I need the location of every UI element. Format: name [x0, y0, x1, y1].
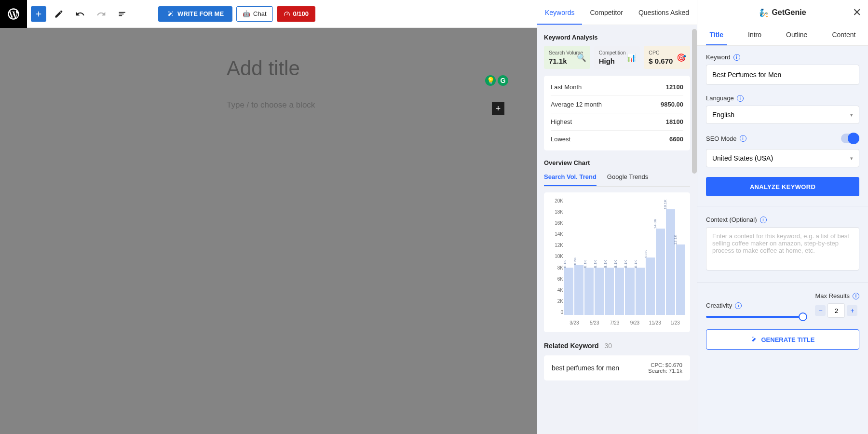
search-volume-chart: 20K18K16K14K12K10K8K6K4K2K0 8.1K8.6K8.1K…	[544, 192, 690, 332]
chart-x-axis: 3/235/237/239/2311/231/23	[564, 320, 685, 326]
undo-button[interactable]	[71, 5, 89, 23]
stepper-plus-button[interactable]: +	[847, 305, 857, 316]
seo-score-button[interactable]: 0/100	[277, 6, 316, 22]
chat-button[interactable]: 🤖 Chat	[236, 6, 272, 22]
stat-label: Last Month	[551, 83, 582, 91]
max-results-stepper: − +	[815, 303, 859, 318]
stat-value: 18100	[666, 118, 683, 125]
generate-title-button[interactable]: GENERATE TITLE	[706, 329, 859, 350]
stat-label: Average 12 month	[551, 101, 602, 108]
info-icon[interactable]: i	[735, 302, 742, 309]
metric-competition: Competition High 📊	[594, 46, 640, 69]
list-icon	[118, 9, 127, 19]
close-icon[interactable]: ✕	[853, 6, 861, 19]
target-icon: 🎯	[677, 53, 686, 62]
keyword-panel: Keywords Competitor Questions Asked Keyw…	[537, 0, 697, 434]
context-textarea[interactable]	[706, 227, 859, 271]
max-results-label: Max Results i	[815, 292, 859, 299]
outline-button[interactable]	[114, 5, 131, 23]
info-icon[interactable]: i	[733, 54, 740, 61]
context-label: Context (Optional) i	[706, 216, 859, 223]
chat-label: Chat	[253, 10, 266, 17]
magic-icon	[751, 336, 758, 343]
max-results-input[interactable]	[827, 303, 845, 318]
metric-cpc: CPC $ 0.670 🎯	[644, 46, 690, 69]
related-cpc: CPC: $0.670	[648, 362, 682, 368]
getgenie-tabs: Title Intro Outline Content	[697, 25, 868, 46]
keyword-analysis-heading: Keyword Analysis	[544, 34, 690, 41]
getgenie-panel: 🧞 GetGenie ✕ Title Intro Outline Content…	[697, 0, 868, 434]
slider-thumb[interactable]	[799, 312, 807, 321]
write-for-me-button[interactable]: WRITE FOR ME	[158, 6, 232, 22]
wordpress-logo[interactable]	[0, 0, 27, 28]
add-block-inline-button[interactable]: +	[492, 102, 504, 115]
info-icon[interactable]: i	[740, 135, 746, 142]
getgenie-logo: 🧞 GetGenie	[759, 8, 806, 17]
editor-toolbar: WRITE FOR ME 🤖 Chat 0/100	[0, 0, 537, 28]
related-count: 30	[604, 342, 612, 350]
tab-outline[interactable]: Outline	[782, 25, 811, 45]
seo-score-label: 0/100	[293, 10, 309, 17]
tab-keywords[interactable]: Keywords	[537, 9, 582, 25]
chat-bot-icon: 🤖	[243, 10, 250, 17]
language-select[interactable]: English ▾	[706, 106, 859, 124]
gauge-icon	[284, 11, 290, 17]
wordpress-icon	[7, 7, 20, 21]
undo-icon	[75, 9, 85, 19]
stat-row: Lowest6600	[551, 130, 683, 148]
search-icon: 🔍	[577, 53, 586, 62]
keyword-input[interactable]	[706, 65, 859, 85]
stats-box: Last Month12100 Average 12 month9850.00 …	[544, 76, 690, 150]
plus-icon	[34, 10, 43, 18]
country-select[interactable]: United States (USA) ▾	[706, 149, 859, 167]
info-icon[interactable]: i	[737, 95, 744, 102]
stat-row: Average 12 month9850.00	[551, 95, 683, 113]
related-keyword-item[interactable]: best perfumes for men CPC: $0.670 Search…	[544, 355, 690, 380]
tab-intro[interactable]: Intro	[744, 25, 765, 45]
info-icon[interactable]: i	[853, 293, 859, 299]
add-block-button[interactable]	[31, 6, 46, 22]
chevron-down-icon: ▾	[850, 112, 853, 118]
scrollbar[interactable]	[692, 29, 697, 174]
bars-icon: 📊	[626, 53, 636, 62]
chevron-down-icon: ▾	[850, 155, 853, 162]
magic-icon	[167, 11, 174, 17]
stat-label: Lowest	[551, 136, 570, 143]
info-icon[interactable]: i	[760, 217, 767, 223]
idea-icon[interactable]: 💡	[485, 75, 496, 86]
post-title-input[interactable]: Add title	[227, 57, 479, 80]
related-keyword-text: best perfumes for men	[552, 364, 619, 372]
analyze-keyword-button[interactable]: ANALYZE KEYWORD	[706, 177, 859, 196]
overview-chart-heading: Overview Chart	[544, 159, 690, 166]
seo-mode-label: SEO Mode i	[706, 135, 746, 142]
keyword-panel-tabs: Keywords Competitor Questions Asked	[537, 0, 697, 25]
language-label: Language i	[706, 95, 859, 102]
post-body-input[interactable]: Type / to choose a block	[227, 100, 479, 110]
tab-google-trends[interactable]: Google Trends	[607, 173, 648, 186]
metric-search-volume: Search Volume 71.1k 🔍	[544, 46, 590, 69]
seo-mode-toggle[interactable]	[841, 134, 859, 143]
grammarly-icon[interactable]: G	[498, 75, 508, 86]
tab-competitor[interactable]: Competitor	[582, 9, 630, 25]
chart-bars: 8.1K8.6K8.1K8.1K8.1K8.1K8.1K8.1K9.8K14.8…	[564, 198, 685, 315]
stat-value: 6600	[669, 136, 683, 143]
chart-y-axis: 20K18K16K14K12K10K8K6K4K2K0	[547, 198, 563, 315]
editor-overlay: Add title Type / to choose a block 💡 G +	[0, 28, 537, 434]
stepper-minus-button[interactable]: −	[815, 305, 826, 316]
creativity-slider[interactable]	[706, 316, 803, 318]
creativity-label: Creativity i	[706, 302, 803, 309]
redo-button[interactable]	[93, 5, 110, 23]
tab-questions[interactable]: Questions Asked	[631, 9, 697, 25]
pencil-icon	[54, 9, 64, 19]
edit-button[interactable]	[50, 5, 68, 23]
tab-content[interactable]: Content	[828, 25, 859, 45]
write-for-me-label: WRITE FOR ME	[177, 10, 224, 17]
related-search: Search: 71.1k	[648, 368, 682, 374]
genie-icon: 🧞	[759, 8, 769, 17]
stat-row: Highest18100	[551, 113, 683, 130]
tab-search-vol-trend[interactable]: Search Vol. Trend	[544, 173, 597, 186]
tab-title[interactable]: Title	[706, 25, 728, 45]
stat-label: Highest	[551, 118, 572, 125]
related-keyword-heading: Related Keyword 30	[544, 342, 690, 350]
stat-value: 9850.00	[661, 101, 683, 108]
